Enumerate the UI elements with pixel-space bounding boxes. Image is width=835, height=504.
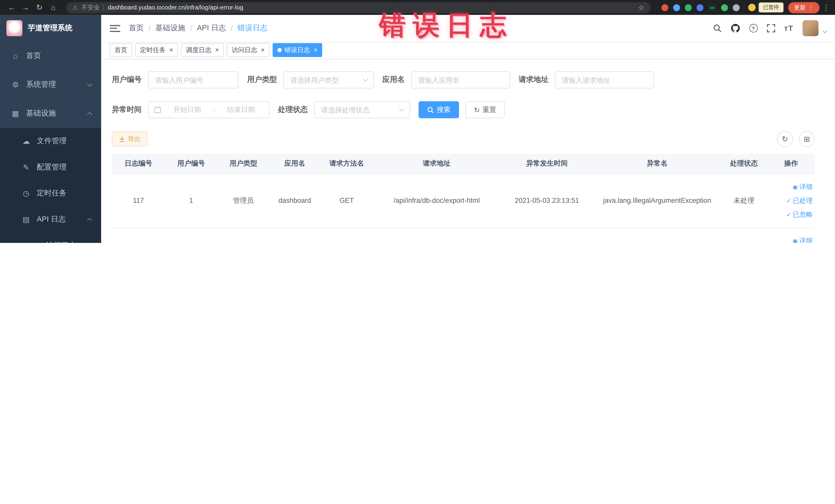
close-icon[interactable]: × [169, 47, 173, 54]
omnibox-divider [103, 4, 104, 11]
request-url-input[interactable] [555, 72, 654, 88]
font-size-icon[interactable]: тT [784, 24, 793, 32]
tab-schedule-log[interactable]: 调度日志 × [181, 43, 224, 57]
cloud-icon: ☁ [20, 137, 32, 145]
sidebar-item-access-log[interactable]: ▤ 访问日志 [0, 233, 101, 243]
user-type-select[interactable] [283, 72, 374, 88]
close-icon[interactable]: × [215, 47, 219, 54]
sidebar-item-file-manage[interactable]: ☁ 文件管理 [0, 128, 101, 154]
header-bar: 首页 / 基础设施 / API 日志 / 错误日志 ? [101, 15, 835, 42]
cell-status: 未处理 [720, 174, 768, 227]
export-button[interactable]: 导出 [112, 132, 148, 146]
sidebar-item-label: API 日志 [37, 215, 66, 224]
url-text[interactable]: dashboard.yudao.iocoder.cn/infra/log/api… [108, 4, 243, 11]
cell-method: GET [320, 174, 373, 227]
reload-icon[interactable]: ↻ [33, 2, 46, 13]
col-user-id: 用户编号 [165, 154, 217, 174]
date-range-picker[interactable]: 开始日期 - 结束日期 [148, 101, 269, 118]
tab-label: 访问日志 [232, 45, 258, 55]
breadcrumb: 首页 / 基础设施 / API 日志 / 错误日志 [129, 23, 267, 33]
github-icon[interactable] [730, 23, 740, 33]
browser-update-button[interactable]: 更新 ⋮ [788, 2, 819, 13]
sidebar-item-config-manage[interactable]: ✎ 配置管理 [0, 154, 101, 180]
sidebar-item-api-log[interactable]: ▤ API 日志 [0, 206, 101, 233]
extension-icon-2[interactable] [673, 4, 680, 11]
start-date-placeholder[interactable]: 开始日期 [165, 105, 210, 115]
home-icon[interactable]: ⌂ [47, 2, 60, 13]
col-actions: 操作 [767, 154, 815, 174]
extension-icon-3[interactable] [685, 4, 692, 11]
breadcrumb-home[interactable]: 首页 [129, 23, 144, 33]
sidebar-logo[interactable]: 芋道管理系统 [0, 15, 101, 42]
tab-error-log[interactable]: 错误日志 × [272, 43, 322, 57]
bookmark-star-icon[interactable]: ☆ [638, 3, 644, 11]
filter-row-1: 用户编号 用户类型 应用名 请求 [112, 72, 815, 88]
table-header-row: 日志编号 用户编号 用户类型 应用名 请求方法名 请求地址 异常发生时间 异常名… [112, 154, 815, 174]
tabs-bar: 首页 定时任务 × 调度日志 × 访问日志 × 错误日志 × [101, 42, 835, 59]
sidebar-item-system[interactable]: ⚙ 系统管理 [0, 70, 101, 99]
reset-button[interactable]: ↻ 重置 [465, 101, 505, 118]
update-label: 更新 [794, 3, 806, 11]
refresh-button[interactable]: ↻ [777, 131, 793, 147]
fullscreen-icon[interactable] [767, 24, 775, 32]
processed-link[interactable]: ✓已处理 [767, 194, 812, 207]
breadcrumb-infra[interactable]: 基础设施 [156, 23, 185, 33]
sidebar-item-scheduled-task[interactable]: ◷ 定时任务 [0, 180, 101, 206]
infra-submenu: ☁ 文件管理 ✎ 配置管理 ◷ 定时任务 ▤ API 日志 ▤ [0, 128, 101, 243]
check-icon: ✓ [786, 194, 791, 207]
app-frame: 芋道管理系统 ⌂ 首页 ⚙ 系统管理 ▦ 基础设施 ☁ 文件管理 [0, 15, 835, 243]
process-status-select[interactable] [314, 101, 410, 118]
back-icon[interactable]: ← [5, 2, 18, 13]
cell-user-id: 1 [165, 227, 217, 243]
page-content: 用户编号 用户类型 应用名 请求 [101, 59, 835, 243]
sidebar-item-infra[interactable]: ▦ 基础设施 [0, 99, 101, 128]
extension-icon-4[interactable] [697, 4, 704, 11]
tab-home[interactable]: 首页 [109, 43, 132, 57]
sidebar-item-label: 定时任务 [37, 188, 66, 198]
sidebar: 芋道管理系统 ⌂ 首页 ⚙ 系统管理 ▦ 基础设施 ☁ 文件管理 [0, 15, 101, 243]
security-label[interactable]: 不安全 [81, 3, 100, 11]
extension-icon-5[interactable] [721, 4, 728, 11]
extension-icon-6[interactable] [733, 4, 740, 11]
forward-icon[interactable]: → [19, 2, 32, 13]
table-toolbar: 导出 ↻ ⊞ [112, 131, 815, 147]
tab-access-log[interactable]: 访问日志 × [227, 43, 269, 57]
tab-scheduled-task[interactable]: 定时任务 × [135, 43, 178, 57]
cell-user-type: 管理员 [217, 227, 269, 243]
user-id-input[interactable] [148, 72, 239, 88]
paused-extension[interactable]: 已暂停 [748, 2, 784, 13]
close-icon[interactable]: × [261, 47, 265, 54]
kebab-icon-small: ⋮ [808, 4, 814, 11]
grid-icon: ⊞ [804, 135, 810, 143]
col-method: 请求方法名 [320, 154, 373, 174]
search-icon [427, 106, 434, 113]
user-avatar[interactable] [802, 20, 818, 36]
detail-link[interactable]: ◉详细 [767, 180, 812, 194]
breadcrumb-api-log[interactable]: API 日志 [197, 23, 226, 33]
refresh-icon: ↻ [782, 135, 788, 143]
sidebar-item-home[interactable]: ⌂ 首页 [0, 42, 101, 70]
ignored-link[interactable]: ✓已忽略 [767, 207, 812, 221]
cell-user-id: 1 [165, 174, 217, 227]
address-bar[interactable]: ⚠ 不安全 dashboard.yudao.iocoder.cn/infra/l… [66, 2, 651, 13]
detail-link[interactable]: ◉详细 [767, 234, 812, 243]
app-name-input[interactable] [411, 72, 510, 88]
search-icon[interactable] [713, 24, 721, 32]
sidebar-item-label: 系统管理 [26, 80, 56, 89]
close-icon[interactable]: × [314, 47, 318, 54]
hamburger-icon[interactable] [109, 23, 120, 33]
end-date-placeholder[interactable]: 结束日期 [219, 105, 264, 115]
extension-icon-1[interactable] [661, 4, 668, 11]
column-visibility-button[interactable]: ⊞ [799, 131, 815, 147]
browser-menu-icon[interactable]: ⋮ [823, 3, 830, 11]
range-separator: - [213, 106, 215, 114]
tab-label: 首页 [115, 45, 127, 55]
cell-log-id: 116 [112, 227, 165, 243]
sidebar-item-label: 访问日志 [46, 241, 76, 243]
col-request-url: 请求地址 [373, 154, 500, 174]
search-button[interactable]: 搜索 [419, 101, 459, 118]
extension-on-badge[interactable]: on [708, 4, 716, 11]
timer-icon: ◷ [20, 189, 32, 197]
smiley-extension-icon[interactable] [748, 4, 756, 11]
help-icon[interactable]: ? [749, 24, 757, 32]
